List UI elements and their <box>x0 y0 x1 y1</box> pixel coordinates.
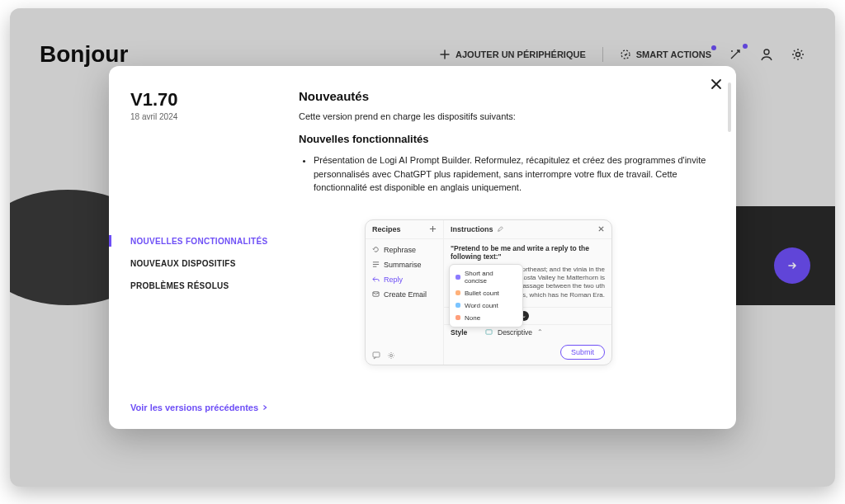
pb-instructions-header: Instructions <box>444 220 611 239</box>
refresh-icon <box>372 246 380 253</box>
pb-recipe-label: Create Email <box>384 290 427 299</box>
pb-option-none[interactable]: None <box>450 312 522 324</box>
app-background: Bonjour AJOUTER UN PÉRIPHÉRIQUE SMART AC… <box>10 8 835 487</box>
reply-icon <box>372 276 380 283</box>
tab-new-devices[interactable]: NOUVEAUX DISPOSITIFS <box>130 259 277 268</box>
release-date: 18 avril 2024 <box>130 112 277 121</box>
tab-resolved-issues[interactable]: PROBLÈMES RÉSOLUS <box>130 281 277 290</box>
pb-instructions-label: Instructions <box>451 225 493 233</box>
pb-instructions-panel: Instructions "Pretend to be me and write… <box>444 220 611 365</box>
feature-item: Présentation de Logi AI Prompt Builder. … <box>314 153 710 195</box>
modal-title: Nouveautés <box>299 89 710 103</box>
svg-rect-5 <box>373 352 380 357</box>
mail-icon <box>372 290 380 298</box>
scrollbar[interactable] <box>728 82 731 132</box>
chevron-right-icon <box>262 404 268 411</box>
pb-length-popup: Short and concise Bullet count Word coun… <box>449 264 523 327</box>
pb-recipe-create-email[interactable]: Create Email <box>366 287 443 302</box>
pb-recipe-label: Reply <box>384 276 403 284</box>
pb-option-short[interactable]: Short and concise <box>450 267 522 287</box>
previous-versions-label: Voir les versions précédentes <box>130 403 258 412</box>
tab-new-features[interactable]: NOUVELLES FONCTIONNALITÉS <box>130 237 277 246</box>
svg-rect-7 <box>486 330 492 334</box>
pb-submit-button[interactable]: Submit <box>560 345 605 360</box>
chevron-up-icon[interactable]: ⌃ <box>537 328 543 336</box>
svg-point-6 <box>390 354 393 356</box>
gear-icon[interactable] <box>387 351 395 360</box>
pb-recipe-label: Rephrase <box>384 246 416 254</box>
feature-list: Présentation de Logi AI Prompt Builder. … <box>299 153 710 195</box>
pb-style-select[interactable]: Descriptive <box>498 328 532 337</box>
pb-recipe-label: Summarise <box>384 261 422 269</box>
pb-option-word[interactable]: Word count <box>450 299 522 312</box>
lines-icon <box>372 261 380 268</box>
modal-close-button[interactable] <box>710 78 723 91</box>
pb-recipe-reply[interactable]: Reply <box>366 272 443 287</box>
pb-recipes-label: Recipes <box>372 225 401 233</box>
style-icon <box>485 328 493 336</box>
modal-nav-tabs: NOUVELLES FONCTIONNALITÉS NOUVEAUX DISPO… <box>130 237 277 290</box>
pb-recipes-header: Recipes <box>366 220 443 239</box>
section-heading: Nouvelles fonctionnalités <box>299 133 710 145</box>
previous-versions-link[interactable]: Voir les versions précédentes <box>130 403 277 412</box>
edit-icon[interactable] <box>497 226 503 233</box>
modal-content: Nouveautés Cette version prend en charge… <box>290 66 736 429</box>
pb-footer-icons <box>366 346 443 365</box>
pb-style-label: Style <box>451 328 480 337</box>
modal-sidebar: V1.70 18 avril 2024 NOUVELLES FONCTIONNA… <box>109 66 290 429</box>
release-notes-modal: V1.70 18 avril 2024 NOUVELLES FONCTIONNA… <box>109 66 736 429</box>
pb-recipe-summarise[interactable]: Summarise <box>366 257 443 272</box>
pb-prompt-text: "Pretend to be me and write a reply to t… <box>444 239 611 266</box>
modal-intro: Cette version prend en charge les dispos… <box>299 111 710 121</box>
plus-icon[interactable] <box>429 225 437 233</box>
modal-overlay: V1.70 18 avril 2024 NOUVELLES FONCTIONNA… <box>10 8 835 487</box>
pb-recipe-rephrase[interactable]: Rephrase <box>366 243 443 257</box>
close-icon[interactable] <box>597 225 605 233</box>
chat-icon[interactable] <box>372 351 380 360</box>
version-label: V1.70 <box>130 89 277 111</box>
prompt-builder-preview: Recipes Rephrase <box>365 219 612 365</box>
app-window: Bonjour AJOUTER UN PÉRIPHÉRIQUE SMART AC… <box>10 8 835 487</box>
pb-option-bullet[interactable]: Bullet count <box>450 287 522 299</box>
pb-recipes-panel: Recipes Rephrase <box>366 220 444 365</box>
